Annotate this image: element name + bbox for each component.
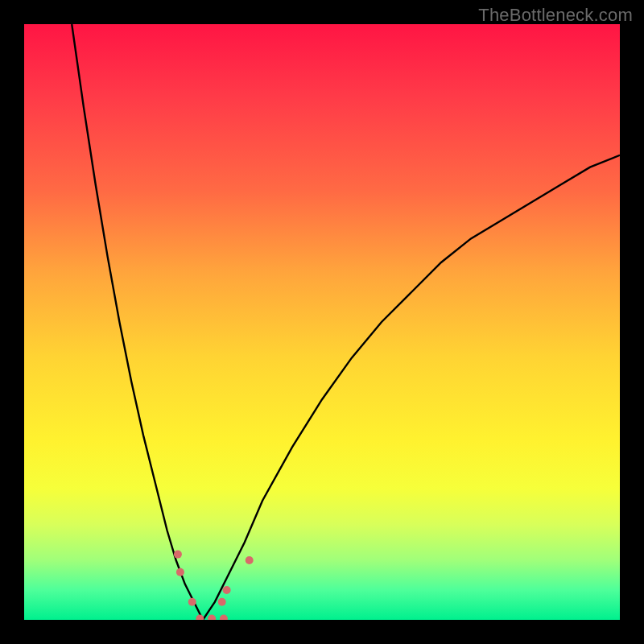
left-curve xyxy=(72,24,203,620)
data-point xyxy=(188,598,196,606)
right-curve xyxy=(203,155,620,620)
data-point xyxy=(220,615,228,621)
data-point xyxy=(208,615,216,621)
chart-frame: TheBottleneck.com xyxy=(0,0,644,644)
curve-layer xyxy=(24,24,620,620)
data-point xyxy=(218,598,226,606)
data-point xyxy=(176,568,184,576)
plot-area xyxy=(24,24,620,620)
data-point xyxy=(246,556,254,564)
data-point xyxy=(174,551,182,559)
watermark-text: TheBottleneck.com xyxy=(478,5,633,26)
data-point xyxy=(223,586,231,594)
data-point xyxy=(196,615,204,621)
